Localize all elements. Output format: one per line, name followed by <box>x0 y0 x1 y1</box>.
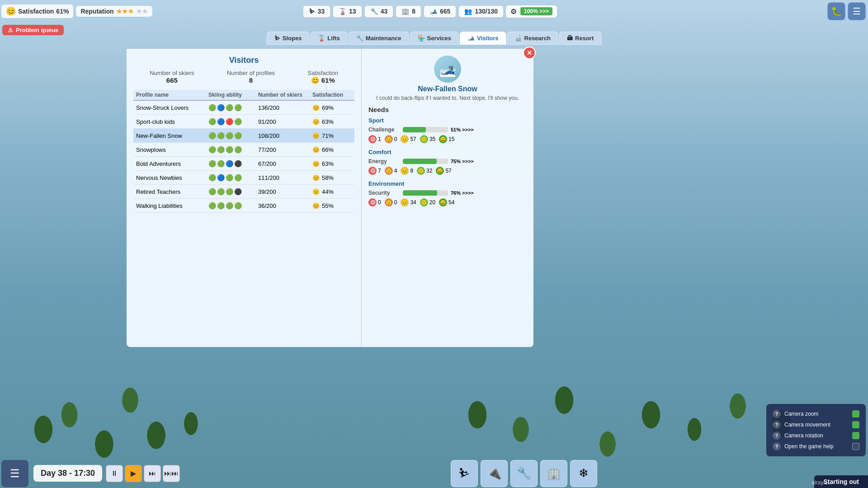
fast-forward-button[interactable]: ⏭ <box>144 465 161 482</box>
buildings-action-btn[interactable]: 🏢 <box>540 460 567 487</box>
count-value: 1 <box>378 136 381 142</box>
progress-fill <box>403 159 437 164</box>
table-body[interactable]: Snow-Struck Lovers 🟢🔵🟢🟢 136/200 😊 69% Sp… <box>133 101 354 340</box>
table-row[interactable]: New-Fallen Snow 🟢🟢🟢🟢 108/200 😊 71% <box>133 129 354 143</box>
ability-icon: 🟢 <box>234 174 242 181</box>
satisfaction-val: 61% <box>321 76 335 84</box>
satisfaction-cell: 😊 63% <box>312 160 353 167</box>
table-row[interactable]: Snowplows 🟢🟢🟢🟢 77/200 😊 66% <box>133 143 354 157</box>
tab-resort[interactable]: 🏔 Resort <box>559 32 601 45</box>
count-value: 0 <box>394 136 397 142</box>
ability-icon: 🟢 <box>226 104 233 111</box>
skiers-cell: 111/200 <box>258 174 312 181</box>
play-button[interactable]: ▶ <box>125 465 142 482</box>
staff-icon: 👥 <box>464 8 472 15</box>
ability-icons-cell: 🟢🟢🟢🟢 <box>208 132 258 139</box>
col-ability: Skiing ability <box>208 92 258 98</box>
need-bar-row: Security 76% >>>> <box>368 190 527 196</box>
visitors-stat[interactable]: 🎿 665 <box>424 5 456 18</box>
pause-button[interactable]: ⏸ <box>106 465 123 482</box>
sat-value: 66% <box>322 146 334 153</box>
satisfaction-summary: Satisfaction 😊 61% <box>308 70 338 84</box>
profile-avatar: 🎿 <box>434 56 461 83</box>
very-happy-face: 😄 <box>439 198 447 206</box>
watermark: airay.c... <box>812 479 832 486</box>
settings-bar[interactable]: ⚙ 100% >>> <box>506 5 557 18</box>
ability-icon: 🟢 <box>234 132 242 139</box>
very-happy-face: 😄 <box>436 167 444 175</box>
problem-queue[interactable]: ⚠ Problem queue <box>2 25 64 35</box>
sat-value: 63% <box>322 118 334 125</box>
camera-help-item: ? Camera zoom <box>773 408 859 419</box>
tab-slopes[interactable]: ⛷ Slopes <box>267 32 310 45</box>
need-bar-row: Challenge 51% >>>> <box>368 127 527 133</box>
slopes-stat[interactable]: ⛷ 33 <box>303 5 331 18</box>
maintenance-stat[interactable]: 🔧 43 <box>364 5 394 18</box>
table-row[interactable]: Sport-club kids 🟢🔵🔴🟢 91/200 😊 63% <box>133 115 354 129</box>
ability-icon: 🟢 <box>208 160 216 167</box>
sat-face: 😊 <box>312 146 320 153</box>
lifts-action-btn[interactable]: 🔌 <box>481 460 508 487</box>
count-value: 7 <box>378 168 381 174</box>
table-row[interactable]: Walking Liabilities 🟢🟢🟢🟢 36/200 😊 55% <box>133 199 354 213</box>
buildings-icon: 🏢 <box>401 8 409 15</box>
ability-icon: 🟢 <box>226 174 233 181</box>
ability-icons-cell: 🟢🟢🔵⚫ <box>208 160 258 167</box>
count-value: 57 <box>410 136 416 142</box>
lifts-stat[interactable]: 🚡 13 <box>333 5 362 18</box>
table-row[interactable]: Retired Teachers 🟢🟢🟢⚫ 39/200 😐 44% <box>133 185 354 199</box>
services-tab-label: Services <box>427 35 452 42</box>
red-face: ☹ <box>368 135 377 143</box>
bottom-action-icons: ⛷ 🔌 🔧 🏢 ❄ <box>451 460 597 487</box>
hud-right-buttons: 🐛 ☰ <box>827 2 866 20</box>
ability-icons-cell: 🟢🟢🟢🟢 <box>208 202 258 209</box>
tab-lifts[interactable]: 🚡 Lifts <box>310 32 347 45</box>
need-count: ☹ 1 <box>368 135 381 143</box>
slopes-action-btn[interactable]: ⛷ <box>451 460 478 487</box>
table-row[interactable]: Bold Adventurers 🟢🟢🔵⚫ 67/200 😊 63% <box>133 157 354 171</box>
help-question-icon: ? <box>773 410 781 418</box>
profile-desc: I could do back-flips if I wanted to. Ne… <box>368 95 527 101</box>
sat-face: 😊 <box>312 118 320 125</box>
buildings-stat[interactable]: 🏢 8 <box>396 5 421 18</box>
menu-button[interactable]: ☰ <box>848 2 866 20</box>
help-checkbox[interactable] <box>852 421 859 428</box>
staff-stat[interactable]: 👥 130/130 <box>458 5 504 18</box>
problem-queue-label: Problem queue <box>16 27 58 33</box>
help-question-icon: ? <box>773 442 781 450</box>
fastest-forward-button[interactable]: ⏭⏭ <box>163 465 180 482</box>
table-row[interactable]: Nervous Newbies 🟢🔵🟢🟢 111/200 😊 58% <box>133 171 354 185</box>
camera-help-item: ? Camera movement <box>773 419 859 430</box>
satisfaction-cell: 😊 71% <box>312 132 353 139</box>
need-counts: ☹ 7 😟 4 😐 8 🙂 32 😄 57 <box>368 167 527 175</box>
help-question-icon: ? <box>773 432 781 440</box>
profile-name-cell: Snowplows <box>136 146 208 153</box>
help-checkbox[interactable] <box>852 443 859 450</box>
tab-services[interactable]: 🏪 Services <box>410 32 459 45</box>
maintenance-action-btn[interactable]: 🔧 <box>510 460 538 487</box>
sat-face: 😊 <box>312 202 320 209</box>
help-checkbox[interactable] <box>852 432 859 439</box>
tab-maintenance[interactable]: 🔧 Maintenance <box>349 32 409 45</box>
progress-bar <box>403 127 448 132</box>
special-action-btn[interactable]: ❄ <box>570 460 597 487</box>
visitors-tab-label: Visitors <box>477 35 498 42</box>
settings-icon: ⚙ <box>510 7 517 16</box>
help-checkbox[interactable] <box>852 410 859 418</box>
need-label: Challenge <box>368 127 400 133</box>
ability-icons-cell: 🟢🟢🟢🟢 <box>208 146 258 153</box>
tab-research[interactable]: 🔬 Research <box>507 32 559 45</box>
table-row[interactable]: Snow-Struck Lovers 🟢🔵🟢🟢 136/200 😊 69% <box>133 101 354 115</box>
count-value: 34 <box>410 199 416 206</box>
bug-button[interactable]: 🐛 <box>827 2 845 20</box>
tab-visitors[interactable]: 🎿 Visitors <box>460 32 506 45</box>
orange-face: 😟 <box>385 135 393 143</box>
camera-help-item: ? Open the game help <box>773 441 859 452</box>
need-count: 😐 34 <box>401 198 416 206</box>
layers-button[interactable]: ☰ <box>1 460 28 487</box>
top-hud: 😊 Satisfaction 61% Reputation ★★★ ★★ ⛷ 3… <box>0 0 868 23</box>
ability-icon: 🟢 <box>217 132 225 139</box>
lifts-value: 13 <box>349 8 356 15</box>
need-count: ☹ 0 <box>368 198 381 206</box>
count-value: 0 <box>378 199 381 206</box>
